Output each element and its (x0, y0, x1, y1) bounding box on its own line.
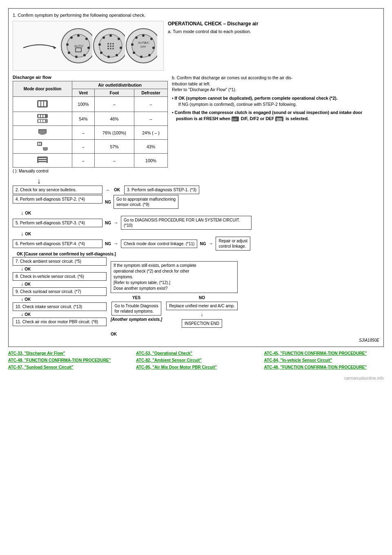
svg-point-27 (110, 45, 111, 47)
svg-point-21 (98, 43, 101, 46)
step5-row: 5. Perform self-diagnosis STEP-3. (*4) N… (13, 216, 379, 230)
watermark: carmanualsonline.info (8, 376, 384, 380)
svg-rect-55 (41, 120, 42, 122)
mixed-icon (36, 141, 49, 151)
link-col-1: ATC-33, "Discharge Air Flow" ATC-48, "FU… (8, 351, 128, 372)
link-1-2[interactable]: ATC-48, "FUNCTION CONFIRMA-TION PROCEDUR… (8, 358, 128, 363)
arrow-7: ↓ OK (21, 266, 107, 272)
main-diagnostic-box: 1. Confirm symptom by performing the fol… (8, 8, 384, 347)
link-1-1[interactable]: ATC-33, "Discharge Air Flow" (8, 351, 128, 356)
step5-box: 5. Perform self-diagnosis STEP-3. (*4) (13, 219, 102, 227)
row3-foot: 76% (100%) (94, 126, 134, 140)
link-2-3[interactable]: ATC-95, "Air Mix Door Motor PBR Circuit" (136, 365, 256, 369)
mode-icon-2 (13, 112, 72, 126)
row4-foot: 57% (94, 140, 134, 154)
vent-icon (36, 98, 49, 108)
link-2-1[interactable]: ATC-53, "Operational Check" (136, 351, 256, 356)
no-branch: NO Replace unified meter and A/C amp. ↓ … (166, 295, 238, 328)
dial-1-icon: AUTO (60, 27, 92, 64)
another-symptom-label: [Another symptom exists.] (111, 317, 162, 322)
link-2-2[interactable]: ATC-82, "Ambient Sensor Circuit" (136, 358, 256, 363)
check-mode-door-box: Check mode door control linkage. (*11) (121, 239, 197, 248)
flowchart: ↓ 2. Check for any service bulletins. → … (13, 177, 379, 342)
step4-box: 4. Perform self-diagnosis STEP-2. (*4) (13, 195, 102, 204)
dial-3-icon: AUTO OFF A/C (125, 27, 157, 64)
step6-box: 6. Perform self-diagnosis STEP-4. (*4) (13, 239, 102, 248)
svg-point-39 (133, 51, 135, 54)
svg-point-7 (75, 56, 78, 58)
row1-defroster: – (134, 97, 168, 112)
link-3-2[interactable]: ATC-84, "In-vehicle Sensor Circuit" (264, 358, 384, 363)
table-row: 100% – – (13, 97, 168, 112)
cause-note-row: OK [Cause cannot be confirmed by self-di… (17, 251, 379, 256)
col-air-dist: Air outlet/distribution (72, 81, 168, 89)
svg-text:A/C: A/C (145, 41, 149, 44)
svg-rect-47 (41, 101, 43, 106)
svg-point-18 (116, 54, 118, 56)
svg-point-35 (150, 38, 153, 40)
symptom-box: If the symptom still exists, perform a c… (111, 261, 238, 293)
link-col-3: ATC-45, "FUNCTION CONFIRMA-TION PROCEDUR… (264, 351, 384, 372)
dial-2-icon (92, 27, 125, 64)
svg-rect-48 (44, 101, 46, 106)
right-notes: b. Confirm that discharge air comes out … (172, 75, 379, 173)
go-appropriate-box: Go to appropriate malfunctioningsensor c… (114, 195, 178, 209)
link-3-3[interactable]: ATC-48, "FUNCTION CONFIRMA-TION PROCEDUR… (264, 365, 384, 369)
row5-vent: – (72, 154, 95, 168)
row2-defroster: – (134, 112, 168, 126)
go-lan-box: Go to DIAGNOSIS PROCEDURE FOR LAN SYSTEM… (121, 216, 252, 230)
svg-point-9 (66, 43, 69, 46)
bullet-note-1: • If OK (symptom cannot be duplicated), … (172, 95, 379, 107)
row4-defroster: 43% (134, 140, 168, 154)
steps-7-11: 7. Check ambient sensor circuit. (*5) ↓ … (13, 257, 107, 326)
lower-flow: 7. Check ambient sensor circuit. (*5) ↓ … (13, 257, 379, 336)
middle-section: Discharge air flow Mode door position Ai… (13, 75, 379, 173)
svg-text:OFF: OFF (140, 45, 146, 48)
mode-icon-4 (13, 140, 72, 154)
operational-title: OPERATIONAL CHECK – Discharge air (168, 21, 379, 27)
arrow-9: ↓ OK (21, 296, 107, 302)
step-b-note: b. Confirm that discharge air comes out … (172, 75, 379, 93)
svg-point-6 (83, 54, 86, 56)
row5-defroster: 100% (134, 154, 168, 168)
svg-point-23 (107, 43, 109, 45)
col-defroster: Defroster (134, 89, 168, 97)
link-1-3[interactable]: ATC-97, "Sunload Sensor Circuit" (8, 365, 128, 369)
table-row: – – 100% (13, 154, 168, 168)
svg-point-41 (135, 36, 138, 39)
mode-icon-1 (13, 97, 72, 112)
arrow-8: ↓ OK (21, 281, 107, 287)
table-row: – 57% 43% (13, 140, 168, 154)
svg-point-26 (107, 45, 109, 47)
mode-icon-3 (13, 126, 72, 140)
floor-icon (36, 127, 49, 137)
df-icon: D/F (232, 116, 240, 122)
step10-box: 10. Check intake sensor circuit. (*13) (13, 302, 107, 311)
svg-point-3 (77, 34, 80, 37)
row2-foot: 46% (94, 112, 134, 126)
yes-branch: YES Go to Trouble Diagnosisfor related s… (111, 295, 162, 322)
inspection-end-box: INSPECTION END (182, 319, 222, 328)
link-3-1[interactable]: ATC-45, "FUNCTION CONFIRMA-TION PROCEDUR… (264, 351, 384, 356)
repair-adjust-box: Repair or adjustcontrol linkage. (216, 237, 250, 251)
svg-point-20 (100, 51, 102, 54)
svg-rect-60 (40, 143, 41, 145)
col-mode: Mode door position (13, 81, 72, 97)
svg-point-36 (152, 47, 155, 49)
svg-point-5 (87, 47, 90, 49)
arrow-step4-down: ↓ OK (21, 210, 379, 216)
manually-note: ( ): Manually control (13, 169, 168, 173)
svg-point-16 (118, 38, 120, 40)
row3-vent: – (72, 126, 95, 140)
svg-rect-52 (43, 115, 45, 117)
page: 1. Confirm symptom by performing the fol… (0, 0, 392, 555)
link-col-2: ATC-53, "Operational Check" ATC-82, "Amb… (136, 351, 256, 372)
svg-rect-67 (275, 116, 283, 121)
svg-point-17 (120, 47, 122, 49)
table-title: Discharge air flow (13, 75, 168, 80)
svg-text:D/F: D/F (232, 118, 237, 121)
def-icon (275, 116, 284, 122)
symptom-area: If the symptom still exists, perform a c… (111, 261, 238, 336)
svg-point-8 (68, 51, 70, 54)
svg-point-34 (142, 34, 145, 37)
